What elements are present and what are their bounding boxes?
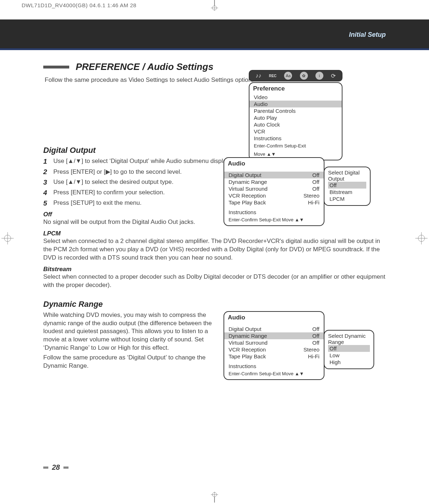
popup-option: High (328, 359, 370, 366)
crop-mark-top (207, 0, 222, 12)
dynamic-range-popup: Select Dynamic Range Off Low High (324, 330, 374, 369)
step-text: Press [SETUP] to exit the menu. (53, 199, 142, 207)
printer-header: DWL71D1D_RV4000(GB) 04.6.1 1:46 AM 28 (22, 2, 136, 8)
list-item: Auto Play (249, 114, 342, 121)
initial-setup-label: Initial Setup (349, 31, 386, 39)
table-row: VCR ReceptionStereo (224, 192, 324, 199)
step-num: 2 (43, 168, 50, 176)
rec-icon: REC (269, 74, 277, 78)
step-num: 4 (43, 189, 50, 197)
bitstream-title: Bitstream (43, 266, 386, 273)
table-row: Digital OutputOff (224, 172, 324, 178)
bitstream-text: Select when connected to a proper decode… (43, 273, 386, 289)
iconstrip: ♪♪ REC Aa ✿ i ⟳ (249, 70, 342, 81)
crop-mark-right (414, 231, 429, 246)
dynamic-range-heading: Dynamic Range (43, 300, 386, 309)
popup-option: Low (328, 352, 370, 359)
step-text: Use [▲/▼] to select the desired output t… (53, 178, 173, 186)
dynamic-range-text-1: While watching DVD movies, you may wish … (43, 311, 216, 353)
popup-title: Select Digital (328, 169, 366, 176)
table-row: VCR ReceptionStereo (224, 346, 324, 353)
step-num: 3 (43, 178, 50, 186)
lpcm-text: Select when connected to a 2 channel dig… (43, 237, 386, 262)
panel-title: Audio (224, 158, 324, 169)
popup-title: Range (328, 339, 370, 345)
step-num: 1 (43, 158, 50, 165)
audio-panel-dynamic: Audio Digital OutputOff Dynamic RangeOff… (224, 311, 324, 380)
lpcm-title: LPCM (43, 230, 386, 237)
popup-title: Output (328, 176, 366, 182)
refresh-icon: ⟳ (331, 72, 336, 79)
step-text: Press [ENTER] to confirm your selection. (53, 189, 165, 197)
list-item: Instructions (249, 135, 342, 142)
step-num: 5 (43, 199, 50, 207)
page-num-tick (43, 467, 48, 469)
panel-foot: Enter-Confirm Setup-Exit (249, 142, 342, 151)
list-item: Parental Controls (249, 107, 342, 114)
dynamic-range-text-2: Follow the same procedure as ‘Digital Ou… (43, 354, 216, 370)
aa-badge-icon: Aa (284, 72, 292, 80)
popup-option: Bitstream (328, 189, 366, 195)
panel-foot: Enter-Confirm Setup-Exit Move ▲▼ (224, 370, 324, 379)
info-icon: i (315, 72, 323, 80)
instructions-label: Instructions (224, 363, 324, 370)
instructions-label: Instructions (224, 209, 324, 216)
off-text: No signal will be output from the Digita… (43, 218, 386, 226)
lead-bar (43, 66, 69, 68)
list-item: Audio (249, 101, 342, 107)
step-text: Use [▲/▼] to select ‘Digital Output’ whi… (53, 158, 234, 165)
section-title: PREFERENCE / Audio Settings (76, 61, 213, 72)
page-num-tick (63, 467, 68, 469)
popup-option: Off (328, 345, 370, 352)
popup-title: Select Dynamic (328, 333, 370, 339)
audio-panel-digital: Audio Digital OutputOff Dynamic RangeOff… (224, 157, 324, 226)
header-underline (0, 48, 429, 50)
table-row: Digital OutputOff (224, 326, 324, 332)
table-row: Dynamic RangeOff (224, 332, 324, 339)
panel-title: Audio (224, 312, 324, 323)
step-text: Press [ENTER] or [▶] to go to the second… (53, 168, 182, 176)
fan-icon: ✿ (300, 72, 308, 80)
list-item: Auto Clock (249, 121, 342, 128)
popup-option: Off (328, 182, 366, 189)
table-row: Virtual SurroundOff (224, 185, 324, 192)
table-row: Dynamic RangeOff (224, 178, 324, 185)
digital-output-popup: Select Digital Output Off Bitstream LPCM (324, 167, 371, 206)
page-number-value: 28 (52, 463, 60, 472)
mic-icon: ♪♪ (256, 72, 261, 79)
page-number: 28 (43, 463, 68, 472)
table-row: Tape Play BackHi-Fi (224, 353, 324, 360)
list-item: VCR (249, 128, 342, 135)
list-item: Video (249, 94, 342, 101)
off-title: Off (43, 211, 386, 218)
table-row: Virtual SurroundOff (224, 339, 324, 346)
popup-option: LPCM (328, 195, 366, 202)
crop-mark-left (0, 231, 15, 246)
preference-panel: Preference Video Audio Parental Controls… (249, 82, 342, 160)
table-row: Tape Play BackHi-Fi (224, 199, 324, 206)
crop-mark-bottom (207, 492, 222, 504)
panel-foot: Enter-Confirm Setup-Exit Move ▲▼ (224, 216, 324, 225)
panel-title: Preference (249, 83, 342, 94)
